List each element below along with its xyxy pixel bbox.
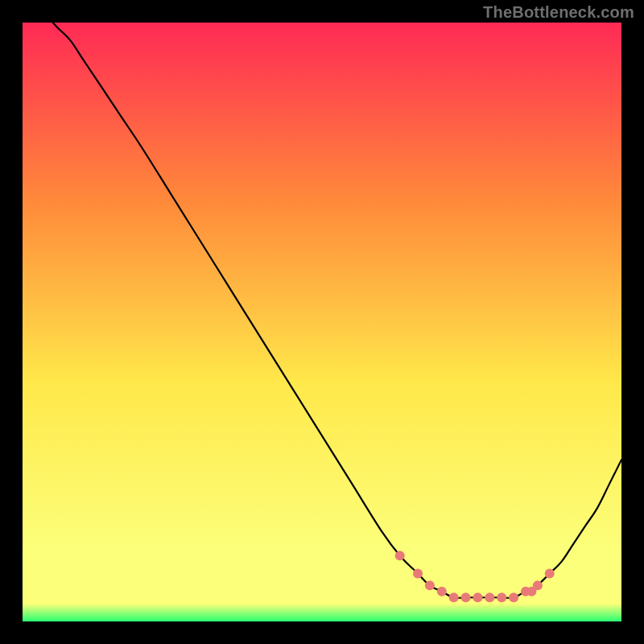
data-point	[395, 551, 405, 560]
data-point	[449, 592, 459, 602]
chart-container: TheBottleneck.com	[0, 0, 644, 644]
data-point	[485, 592, 494, 602]
data-point	[437, 587, 447, 597]
chart-svg	[23, 23, 621, 621]
data-point	[509, 592, 518, 602]
data-point	[413, 568, 423, 578]
data-point	[461, 592, 471, 602]
data-point	[545, 568, 555, 578]
plot-area	[23, 23, 621, 621]
data-point	[497, 592, 506, 602]
gradient-background	[23, 23, 621, 621]
data-point	[473, 592, 482, 602]
data-point	[425, 580, 435, 590]
data-point	[533, 580, 543, 590]
watermark-text: TheBottleneck.com	[483, 3, 634, 22]
